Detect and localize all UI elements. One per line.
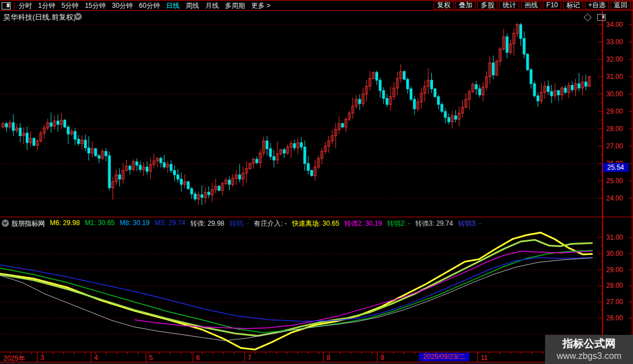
main-axis-label-34.00: 34.00	[606, 21, 623, 29]
main-axis-label-25.00: 25.00	[606, 177, 623, 185]
indicator-field-5: 转弱: -	[230, 219, 249, 228]
toolbar-button-8[interactable]: 返回	[611, 1, 631, 10]
indicator-field-4: 转强: 29.98	[190, 219, 225, 228]
indicator-field-11: 转弱3: -	[458, 219, 481, 228]
main-axis-label-32.00: 32.00	[606, 55, 623, 63]
month-label-3: 3	[40, 354, 44, 362]
main-axis-label-29.00: 29.00	[606, 108, 623, 115]
toolbar-button-0[interactable]: 复权	[434, 1, 454, 10]
main-axis-label-27.00: 27.00	[606, 142, 623, 150]
indicator-field-9: 转弱2: -	[387, 219, 410, 228]
watermark-site-name: 指标公式网	[545, 337, 633, 351]
year-label: 2025年	[3, 354, 25, 363]
indicator-field-7: 快速离场: 30.65	[292, 219, 339, 228]
indicator-axis-label-27.00: 27.00	[606, 298, 623, 306]
toolbar-button-2[interactable]: 多股	[477, 1, 497, 10]
toolbar-divider	[14, 2, 15, 10]
month-label-5: 5	[149, 354, 153, 362]
indicator-axis-label-26.00: 26.00	[606, 314, 623, 322]
period-tab-1[interactable]: 1分钟	[38, 1, 55, 10]
period-tab-5[interactable]: 60分钟	[139, 1, 160, 10]
month-label-9: 9	[380, 354, 384, 362]
indicator-field-6: 有庄介入: -	[254, 219, 287, 228]
toolbar-button-3[interactable]: 统计	[499, 1, 519, 10]
main-axis-label-28.00: 28.00	[606, 125, 623, 133]
indicator-axis-label-29.00: 29.00	[606, 266, 623, 274]
month-label-6: 6	[196, 354, 200, 362]
indicator-field-8: 转强2: 30.19	[345, 219, 382, 228]
month-label-8: 8	[327, 354, 331, 362]
cursor-price-tag: 25.54	[603, 163, 629, 172]
toolbar-button-6[interactable]: 标记	[563, 1, 583, 10]
price-and-indicator-chart[interactable]	[0, 0, 633, 364]
indicator-field-1: M1: 30.65	[85, 219, 114, 228]
month-label-11: 11	[481, 354, 487, 362]
main-axis-label-30.00: 30.00	[606, 90, 623, 98]
period-tab-7[interactable]: 周线	[185, 1, 199, 10]
period-tab-8[interactable]: 月线	[205, 1, 218, 10]
period-tab-9[interactable]: 多周期	[225, 1, 245, 10]
indicator-header: 股朋指标网 M6: 29.98M1: 30.65M8: 30.19MS: 29.…	[11, 219, 481, 228]
watermark-site-url: www.zbgs3.com	[545, 351, 633, 362]
main-axis-label-24.00: 24.00	[606, 194, 623, 202]
main-axis-label-31.00: 31.00	[606, 73, 623, 81]
toolbar-button-4[interactable]: 画线	[521, 1, 541, 10]
main-axis-label-33.00: 33.00	[606, 38, 623, 46]
period-tab-10[interactable]: 更多 >	[251, 1, 270, 10]
date-axis-ticks	[0, 352, 599, 354]
indicator-field-0: M6: 29.98	[50, 219, 80, 228]
period-tab-0[interactable]: 分时	[18, 1, 32, 10]
indicator-name[interactable]: 股朋指标网	[11, 219, 45, 228]
toolbar-button-5[interactable]: F10	[543, 1, 561, 10]
indicator-field-2: M8: 30.19	[120, 219, 150, 228]
split-window-icon[interactable]	[2, 2, 11, 10]
window-layout-icon[interactable]	[597, 14, 606, 21]
trading-app-window: 分时1分钟5分钟15分钟30分钟60分钟日线周线月线多周期更多 > 复权叠加多股…	[0, 0, 633, 364]
indicator-chevron-icon[interactable]	[2, 220, 9, 227]
toolbar-button-1[interactable]: 叠加	[455, 1, 476, 10]
period-tab-4[interactable]: 30分钟	[112, 1, 133, 10]
title-chevron-down-icon[interactable]	[75, 13, 82, 20]
stock-title[interactable]: 昊华科技(日线.前复权)	[3, 12, 76, 22]
indicator-axis-label-28.00: 28.00	[606, 282, 623, 290]
indicator-field-10: 转强3: 29.74	[415, 219, 453, 228]
action-buttons: 复权叠加多股统计画线F10标记+自选返回	[434, 1, 633, 10]
month-label-7: 7	[248, 354, 252, 362]
toolbar-button-7[interactable]: +自选	[585, 1, 609, 10]
period-tabs: 分时1分钟5分钟15分钟30分钟60分钟日线周线月线多周期更多 >	[0, 1, 271, 10]
month-label-4: 4	[94, 354, 98, 362]
selected-date-label[interactable]: 2025/09/23/二	[419, 353, 469, 361]
watermark-panel: 指标公式网 www.zbgs3.com	[545, 335, 633, 364]
period-tab-3[interactable]: 15分钟	[85, 1, 105, 10]
indicator-axis-label-30.00: 30.00	[606, 250, 623, 258]
indicator-field-3: MS: 29.74	[155, 219, 185, 228]
period-tab-2[interactable]: 5分钟	[62, 1, 79, 10]
indicator-axis-label-31.00: 31.00	[606, 234, 623, 241]
period-tab-6[interactable]: 日线	[166, 1, 179, 10]
period-toolbar: 分时1分钟5分钟15分钟30分钟60分钟日线周线月线多周期更多 > 复权叠加多股…	[0, 1, 633, 10]
